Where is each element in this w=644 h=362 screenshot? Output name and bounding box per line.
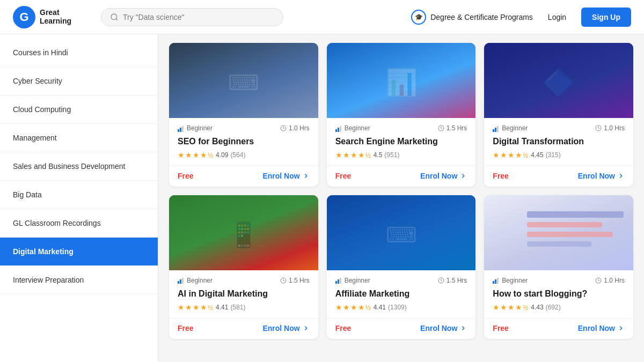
login-button[interactable]: Login xyxy=(546,9,568,26)
course-card-sem: 📊 Beginner 1.5 Hrs xyxy=(327,43,476,187)
stars-row: ★★★★½ 4.41 (581) xyxy=(178,303,310,312)
sidebar-item-gl-classroom[interactable]: GL Classroom Recordings xyxy=(0,209,158,238)
course-footer: Free Enrol Now xyxy=(484,318,633,339)
sidebar-item-sales-business[interactable]: Sales and Business Development xyxy=(0,152,158,181)
course-duration: 1.0 Hrs xyxy=(595,277,625,284)
stars-row: ★★★★½ 4.43 (692) xyxy=(493,303,625,312)
header: G Great Learning 🎓 Degree & Certificate … xyxy=(0,0,644,34)
course-duration: 1.0 Hrs xyxy=(280,124,310,132)
course-duration: 1.5 Hrs xyxy=(438,124,467,132)
enrol-button[interactable]: Enrol Now xyxy=(420,172,467,180)
course-title: Affiliate Marketing xyxy=(335,289,467,300)
course-level: Beginner xyxy=(335,124,370,132)
search-input[interactable] xyxy=(123,13,274,21)
enrol-button[interactable]: Enrol Now xyxy=(420,324,467,333)
level-icon xyxy=(335,277,341,284)
course-card-dt: 🔷 Beginner 1.0 Hrs xyxy=(484,43,633,187)
course-price: Free xyxy=(178,172,194,180)
course-image-affiliate: ⌨ xyxy=(327,195,476,270)
stars-row: ★★★★½ 4.5 (951) xyxy=(335,151,467,159)
star-rating: ★★★★½ xyxy=(335,303,371,312)
rating-value: 4.45 xyxy=(531,151,543,159)
courses-grid: ⌨ Beginner 1.0 Hrs xyxy=(169,43,633,339)
course-duration: 1.0 Hrs xyxy=(595,124,625,132)
course-price: Free xyxy=(178,324,194,333)
svg-rect-18 xyxy=(527,222,602,227)
logo[interactable]: G Great Learning xyxy=(13,6,88,28)
clock-icon xyxy=(595,277,602,284)
svg-rect-20 xyxy=(527,241,591,247)
course-meta: Beginner 1.5 Hrs xyxy=(178,277,310,284)
svg-rect-17 xyxy=(527,211,624,218)
enrol-button[interactable]: Enrol Now xyxy=(578,172,625,180)
rating-value: 4.09 xyxy=(216,151,228,159)
course-title: AI in Digital Marketing xyxy=(178,289,310,300)
signup-button[interactable]: Sign Up xyxy=(581,8,631,27)
course-price: Free xyxy=(493,324,509,333)
sidebar-item-interview-prep[interactable]: Interview Preparation xyxy=(0,266,158,294)
course-image-blogging xyxy=(484,195,633,270)
chevron-right-icon xyxy=(302,324,310,332)
level-icon xyxy=(178,125,184,132)
course-level: Beginner xyxy=(335,277,370,284)
svg-text:🔷: 🔷 xyxy=(543,67,575,98)
stars-row: ★★★★½ 4.09 (564) xyxy=(178,151,310,159)
star-rating: ★★★★½ xyxy=(493,151,529,159)
main-content: ⌨ Beginner 1.0 Hrs xyxy=(158,34,644,362)
course-title: SEO for Beginners xyxy=(178,136,310,147)
course-body: Beginner 1.5 Hrs Search Engine Marketing… xyxy=(327,118,476,159)
sidebar-item-digital-marketing[interactable]: Digital Marketing xyxy=(0,238,158,266)
star-rating: ★★★★½ xyxy=(335,151,371,159)
rating-value: 4.5 xyxy=(374,151,383,159)
svg-text:⌨: ⌨ xyxy=(385,223,416,246)
course-level: Beginner xyxy=(178,124,213,132)
sidebar-item-cyber-security[interactable]: Cyber Security xyxy=(0,67,158,95)
course-meta: Beginner 1.0 Hrs xyxy=(493,277,625,284)
svg-text:📱: 📱 xyxy=(228,219,260,249)
svg-rect-19 xyxy=(527,232,613,237)
sidebar-item-courses-hindi[interactable]: Courses in Hindi xyxy=(0,39,158,67)
course-image-sem: 📊 xyxy=(327,43,476,118)
logo-icon: G xyxy=(13,6,35,28)
chevron-right-icon xyxy=(459,324,467,332)
degree-programs-link[interactable]: 🎓 Degree & Certificate Programs xyxy=(411,10,533,25)
course-footer: Free Enrol Now xyxy=(327,166,476,187)
clock-icon xyxy=(280,125,287,131)
degree-icon: 🎓 xyxy=(411,10,426,25)
course-price: Free xyxy=(493,172,509,180)
header-right: 🎓 Degree & Certificate Programs Login Si… xyxy=(411,8,631,27)
rating-value: 4.41 xyxy=(374,304,386,311)
course-price: Free xyxy=(335,172,352,180)
svg-point-0 xyxy=(111,14,117,20)
chevron-right-icon xyxy=(302,172,310,180)
sidebar-item-big-data[interactable]: Big Data xyxy=(0,181,158,209)
enrol-button[interactable]: Enrol Now xyxy=(578,324,625,333)
course-price: Free xyxy=(335,324,352,333)
course-card-affiliate: ⌨ Beginner 1.5 Hrs xyxy=(327,195,476,339)
rating-count: (951) xyxy=(384,151,399,159)
sidebar-item-cloud-computing[interactable]: Cloud Computing xyxy=(0,95,158,124)
course-body: Beginner 1.0 Hrs How to start Blogging? … xyxy=(484,270,633,312)
course-body: Beginner 1.0 Hrs SEO for Beginners ★★★★½… xyxy=(169,118,318,159)
course-image-ai-dm: 📱 xyxy=(169,195,318,270)
logo-text: Great Learning xyxy=(40,9,71,25)
rating-count: (1309) xyxy=(388,304,407,311)
sidebar-item-management[interactable]: Management xyxy=(0,124,158,152)
chevron-right-icon xyxy=(459,172,467,180)
enrol-button[interactable]: Enrol Now xyxy=(262,172,309,180)
course-level: Beginner xyxy=(493,124,528,132)
course-duration: 1.5 Hrs xyxy=(438,277,467,284)
enrol-button[interactable]: Enrol Now xyxy=(262,324,309,333)
course-image-dt: 🔷 xyxy=(484,43,633,118)
rating-count: (315) xyxy=(546,151,561,159)
clock-icon xyxy=(595,125,602,131)
course-body: Beginner 1.5 Hrs Affiliate Marketing ★★★… xyxy=(327,270,476,312)
course-level: Beginner xyxy=(493,277,528,284)
search-bar[interactable] xyxy=(101,8,283,26)
level-icon xyxy=(335,125,341,132)
course-title: Digital Transformation xyxy=(493,136,625,147)
course-footer: Free Enrol Now xyxy=(484,166,633,187)
course-footer: Free Enrol Now xyxy=(327,318,476,339)
course-meta: Beginner 1.5 Hrs xyxy=(335,124,467,132)
rating-value: 4.43 xyxy=(531,304,543,311)
